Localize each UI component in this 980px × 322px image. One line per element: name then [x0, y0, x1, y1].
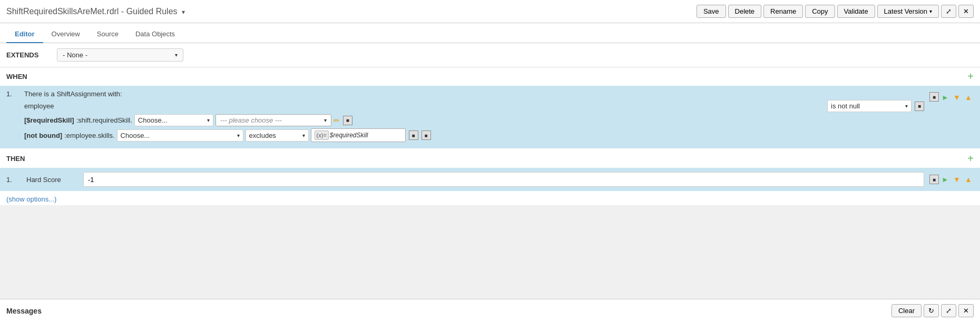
then-add-icon[interactable]: + — [967, 153, 974, 165]
rule-move-right-icon[interactable]: ► — [940, 92, 950, 103]
tab-source[interactable]: Source — [89, 26, 127, 43]
excludes-operator-select[interactable]: excludes ▾ — [246, 129, 309, 142]
delete-button[interactable]: Delete — [728, 5, 762, 18]
expand-button[interactable]: ⤢ — [941, 5, 956, 18]
excludes-chevron-icon: ▾ — [302, 133, 305, 138]
show-options[interactable]: (show options...) — [0, 191, 980, 205]
tabs-bar: Editor Overview Source Data Objects — [0, 23, 980, 43]
when-add-icon[interactable]: + — [967, 71, 974, 83]
then-action-square-btn[interactable]: ■ — [929, 175, 939, 184]
not-bound-field-prefix: [not bound] — [24, 132, 62, 139]
hard-score-input[interactable] — [83, 172, 924, 187]
save-button[interactable]: Save — [697, 5, 726, 18]
header-buttons: Save Delete Rename Copy Validate Latest … — [697, 5, 974, 18]
rename-button[interactable]: Rename — [763, 5, 803, 18]
messages-close-button[interactable]: ✕ — [958, 304, 974, 317]
header-dropdown-icon[interactable]: ▾ — [182, 8, 185, 16]
required-skill-chevron-icon: ▾ — [207, 117, 210, 123]
tab-data-objects[interactable]: Data Objects — [127, 26, 183, 43]
condition3-delete-btn2[interactable]: ■ — [422, 130, 431, 140]
extends-row: EXTENDS - None - ▾ — [0, 43, 980, 67]
then-move-down-icon[interactable]: ▼ — [952, 174, 962, 185]
tab-overview[interactable]: Overview — [43, 26, 89, 43]
condition-row-1: employee is not null ▾ ■ — [6, 100, 924, 112]
when-label: WHEN — [6, 73, 27, 80]
then-label: THEN — [6, 155, 25, 163]
header-title: ShiftRequiredSkillsAreMet.rdrl - Guided … — [6, 7, 185, 16]
operator-chevron-icon: ▾ — [905, 103, 908, 109]
validate-button[interactable]: Validate — [837, 5, 875, 18]
required-skill-choose-select[interactable]: Choose... ▾ — [134, 114, 213, 126]
refresh-button[interactable]: ↻ — [924, 304, 939, 317]
main-content: EXTENDS - None - ▾ WHEN + 1. There is a … — [0, 43, 980, 205]
not-bound-chevron-icon: ▾ — [237, 133, 240, 138]
constraint-chevron-icon: ▾ — [324, 117, 327, 123]
latest-version-button[interactable]: Latest Version ▾ — [877, 5, 939, 18]
binding-value-box: (x)= $requiredSkill — [311, 128, 406, 142]
rule-move-up-icon[interactable]: ▲ — [963, 92, 974, 103]
edit-constraint-icon[interactable]: ✏ — [334, 116, 340, 125]
not-bound-field-suffix: :employee.skills. — [64, 132, 114, 139]
binding-prefix-label: (x)= — [315, 130, 329, 140]
condition-row-3: [not bound] :employee.skills. Choose... … — [6, 128, 924, 142]
required-skill-field-suffix: :shift.requiredSkill. — [76, 116, 132, 124]
close-button[interactable]: ✕ — [958, 5, 974, 18]
when-rule-block: 1. There is a ShiftAssignment with: empl… — [0, 86, 980, 148]
tab-editor[interactable]: Editor — [6, 26, 43, 43]
then-rule-number: 1. — [6, 176, 22, 184]
employee-field-label: employee — [24, 102, 54, 110]
then-move-up-icon[interactable]: ▲ — [963, 174, 974, 185]
rule-number: 1. — [6, 90, 22, 98]
rule-header-text: There is a ShiftAssignment with: — [22, 90, 122, 98]
rule-action-square-btn[interactable]: ■ — [929, 92, 939, 102]
extends-select[interactable]: - None - ▾ — [57, 48, 183, 62]
hard-score-label: Hard Score — [26, 176, 79, 184]
condition2-delete-btn[interactable]: ■ — [343, 116, 352, 125]
when-header: WHEN + — [0, 67, 980, 86]
extends-label: EXTENDS — [6, 51, 48, 59]
clear-button[interactable]: Clear — [891, 304, 922, 317]
then-header: THEN + — [0, 149, 980, 168]
messages-expand-button[interactable]: ⤢ — [941, 304, 956, 317]
required-skill-constraint[interactable]: --- please choose --- ▾ — [215, 114, 331, 126]
condition-row-2: [$requiredSkill] :shift.requiredSkill. C… — [6, 114, 924, 126]
extends-chevron-icon: ▾ — [175, 52, 178, 58]
constraint-placeholder-text: --- please choose --- — [220, 116, 282, 124]
rule-header-row: 1. There is a ShiftAssignment with: — [6, 90, 924, 98]
copy-button[interactable]: Copy — [805, 5, 835, 18]
then-block: 1. Hard Score ■ ► ▼ ▲ — [0, 168, 980, 191]
condition3-delete-btn1[interactable]: ■ — [409, 130, 418, 140]
header-bar: ShiftRequiredSkillsAreMet.rdrl - Guided … — [0, 0, 980, 23]
condition1-delete-btn[interactable]: ■ — [915, 102, 924, 111]
required-skill-field-prefix: [$requiredSkill] — [24, 116, 74, 124]
binding-value-text: $requiredSkill — [330, 132, 368, 139]
messages-label: Messages — [6, 307, 42, 315]
then-move-right-icon[interactable]: ► — [940, 174, 950, 185]
footer-buttons: Clear ↻ ⤢ ✕ — [891, 304, 974, 317]
employee-operator-select[interactable]: is not null ▾ — [827, 100, 912, 112]
rule-move-down-icon[interactable]: ▼ — [952, 92, 962, 103]
not-bound-choose-select[interactable]: Choose... ▾ — [117, 129, 243, 142]
messages-footer: Messages Clear ↻ ⤢ ✕ — [0, 299, 980, 322]
